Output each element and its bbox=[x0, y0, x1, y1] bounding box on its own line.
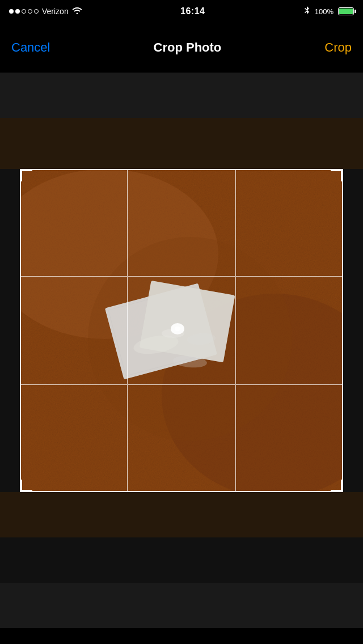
cancel-button[interactable]: Cancel bbox=[11, 36, 50, 60]
status-right: 100% bbox=[303, 6, 354, 17]
signal-strength bbox=[9, 9, 39, 14]
svg-point-16 bbox=[175, 327, 180, 331]
wifi-icon bbox=[72, 6, 82, 16]
signal-dot-5 bbox=[34, 9, 39, 14]
status-bar: Verizon 16:14 100% bbox=[0, 0, 363, 23]
photo-dark-top bbox=[0, 118, 363, 169]
main-content bbox=[0, 73, 363, 628]
crop-area[interactable] bbox=[20, 169, 343, 492]
bluetooth-icon bbox=[303, 6, 310, 17]
photo-subject bbox=[20, 169, 343, 492]
signal-dot-4 bbox=[28, 9, 32, 14]
photo-dark-bottom bbox=[0, 492, 363, 537]
battery-pct-label: 100% bbox=[315, 7, 334, 16]
battery-indicator bbox=[338, 7, 354, 15]
bottom-toolbar: Aspect bbox=[0, 628, 363, 644]
signal-dot-3 bbox=[22, 9, 26, 14]
battery-shell bbox=[338, 7, 354, 15]
page-title: Crop Photo bbox=[154, 40, 222, 55]
signal-dot-1 bbox=[9, 9, 14, 14]
carrier-label: Verizon bbox=[42, 7, 69, 16]
crop-button[interactable]: Crop bbox=[324, 36, 352, 60]
photo-background bbox=[20, 169, 343, 492]
nav-bar: Cancel Crop Photo Crop bbox=[0, 23, 363, 73]
photo-strip bbox=[0, 118, 363, 583]
status-left: Verizon bbox=[9, 6, 82, 16]
signal-dot-2 bbox=[15, 9, 20, 14]
battery-fill bbox=[339, 9, 353, 14]
status-time: 16:14 bbox=[180, 6, 205, 16]
